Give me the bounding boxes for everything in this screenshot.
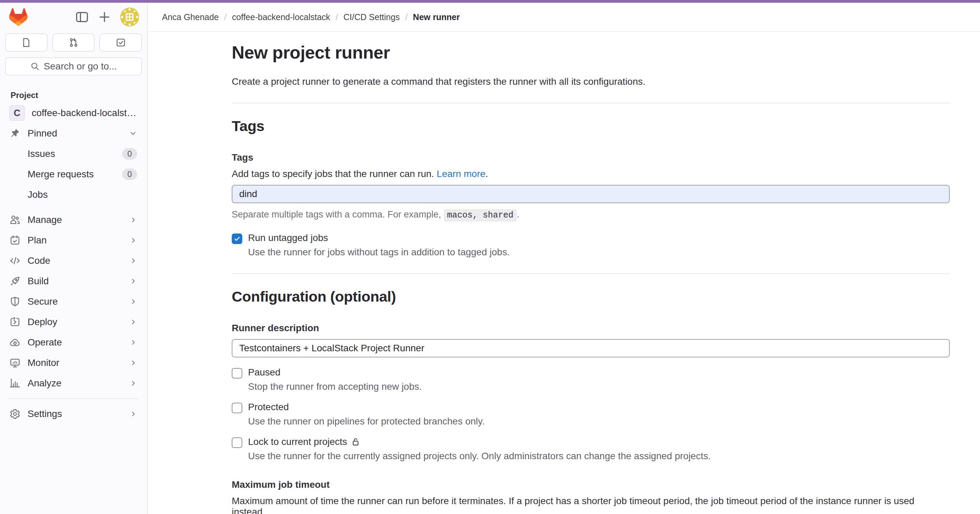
issues-document-icon: [21, 37, 31, 48]
sidebar-divider: [8, 398, 138, 399]
run-untagged-jobs-checkbox-row[interactable]: Run untagged jobs: [232, 232, 950, 244]
manage-label: Manage: [27, 215, 123, 225]
pin-icon: [9, 128, 21, 138]
secure-label: Secure: [27, 296, 123, 307]
tags-help-text: Separate multiple tags with a comma. For…: [232, 209, 950, 220]
runner-description-input[interactable]: [232, 339, 950, 357]
merge-request-icon: [68, 37, 79, 48]
sidebar-item-issues[interactable]: Issues 0: [5, 144, 142, 164]
rocket-icon: [9, 276, 21, 286]
monitor-icon: [9, 357, 21, 368]
analyze-label: Analyze: [27, 378, 123, 389]
protected-checkbox[interactable]: [232, 403, 242, 413]
paused-help: Stop the runner from accepting new jobs.: [248, 381, 950, 392]
protected-help: Use the runner on pipelines for protecte…: [248, 416, 950, 427]
merge-requests-count-badge: 0: [122, 169, 137, 180]
settings-label: Settings: [27, 409, 123, 419]
sidebar-item-monitor[interactable]: Monitor: [5, 353, 142, 373]
section-divider: [232, 273, 950, 274]
project-name: coffee-backend-localstack: [32, 108, 137, 118]
plus-icon[interactable]: [98, 10, 111, 24]
configuration-section-heading: Configuration (optional): [232, 288, 950, 305]
chevron-right-icon: [130, 237, 137, 244]
breadcrumb-project[interactable]: coffee-backend-localstack: [232, 12, 331, 22]
max-job-timeout-description: Maximum amount of time the runner can ru…: [232, 496, 950, 514]
shortcut-todo-button[interactable]: [99, 33, 142, 52]
breadcrumb-cicd-settings[interactable]: CI/CD Settings: [343, 12, 399, 22]
paused-checkbox[interactable]: [232, 368, 242, 379]
paused-checkbox-row[interactable]: Paused: [232, 367, 950, 379]
breadcrumb-user[interactable]: Anca Ghenade: [162, 12, 219, 22]
section-divider: [232, 103, 950, 103]
sidebar-toggle-icon[interactable]: [75, 10, 89, 24]
tags-example-code: macos, shared: [444, 209, 517, 221]
lock-to-projects-label: Lock to current projects: [248, 436, 347, 447]
monitor-label: Monitor: [27, 357, 123, 368]
breadcrumb: Anca Ghenade / coffee-backend-localstack…: [148, 3, 980, 32]
sidebar-item-merge-requests[interactable]: Merge requests 0: [5, 164, 142, 185]
code-label: Code: [27, 255, 123, 266]
shortcut-merge-requests-button[interactable]: [52, 33, 95, 52]
sidebar-item-operate[interactable]: Operate: [5, 332, 142, 353]
search-input[interactable]: Search or go to...: [5, 57, 142, 76]
todo-check-icon: [116, 37, 126, 48]
sidebar-item-deploy[interactable]: Deploy: [5, 312, 142, 332]
calendar-icon: [9, 235, 21, 246]
sidebar-item-code[interactable]: Code: [5, 251, 142, 271]
tags-section-heading: Tags: [232, 118, 950, 134]
sidebar-item-jobs[interactable]: Jobs: [5, 185, 142, 205]
chevron-right-icon: [130, 410, 137, 418]
merge-requests-label: Merge requests: [27, 169, 115, 180]
sidebar-item-pinned[interactable]: Pinned: [5, 123, 142, 144]
code-icon: [9, 255, 21, 266]
run-untagged-jobs-help: Use the runner for jobs without tags in …: [248, 247, 950, 258]
cloud-icon: [9, 337, 21, 348]
run-untagged-jobs-checkbox[interactable]: [232, 234, 242, 244]
issues-count-badge: 0: [122, 148, 137, 160]
page-subtitle: Create a project runner to generate a co…: [232, 76, 950, 87]
chevron-right-icon: [130, 257, 137, 264]
tags-field-description: Add tags to specify jobs that the runner…: [232, 169, 950, 180]
protected-label: Protected: [248, 402, 289, 412]
sidebar-item-project[interactable]: C coffee-backend-localstack: [5, 103, 142, 123]
sidebar-item-secure[interactable]: Secure: [5, 291, 142, 312]
tags-field-label: Tags: [232, 152, 950, 163]
issues-label: Issues: [27, 148, 115, 159]
top-accent-bar: [0, 0, 980, 3]
sidebar-item-settings[interactable]: Settings: [5, 404, 142, 424]
project-avatar: C: [9, 105, 25, 121]
user-avatar[interactable]: [120, 8, 139, 27]
sidebar-item-plan[interactable]: Plan: [5, 230, 142, 251]
chevron-right-icon: [130, 380, 137, 387]
sidebar-item-manage[interactable]: Manage: [5, 210, 142, 230]
deploy-icon: [9, 317, 21, 328]
tags-input[interactable]: [232, 185, 950, 203]
chart-icon: [9, 378, 21, 389]
max-job-timeout-label: Maximum job timeout: [232, 479, 950, 490]
search-placeholder: Search or go to...: [44, 61, 117, 72]
chevron-right-icon: [130, 318, 137, 326]
jobs-label: Jobs: [27, 189, 137, 200]
gitlab-logo-icon[interactable]: [9, 8, 27, 26]
lock-to-projects-checkbox-row[interactable]: Lock to current projects: [232, 436, 950, 448]
check-icon: [234, 235, 241, 243]
learn-more-link[interactable]: Learn more: [437, 169, 485, 179]
sidebar-item-analyze[interactable]: Analyze: [5, 373, 142, 393]
lock-icon: [351, 438, 360, 446]
paused-label: Paused: [248, 367, 280, 378]
shortcut-issues-button[interactable]: [5, 33, 48, 52]
lock-to-projects-checkbox[interactable]: [232, 438, 242, 448]
lock-to-projects-help: Use the runner for the currently assigne…: [248, 451, 950, 461]
chevron-right-icon: [130, 339, 137, 346]
sidebar: Search or go to... Project C coffee-back…: [0, 3, 148, 514]
chevron-right-icon: [130, 359, 137, 367]
chevron-down-icon: [129, 129, 137, 137]
chevron-right-icon: [130, 298, 137, 306]
pinned-label: Pinned: [27, 128, 122, 139]
protected-checkbox-row[interactable]: Protected: [232, 402, 950, 413]
sidebar-item-build[interactable]: Build: [5, 271, 142, 291]
operate-label: Operate: [27, 337, 123, 348]
page-title: New project runner: [232, 42, 950, 63]
run-untagged-jobs-label: Run untagged jobs: [248, 232, 328, 243]
breadcrumb-current: New runner: [413, 12, 460, 22]
